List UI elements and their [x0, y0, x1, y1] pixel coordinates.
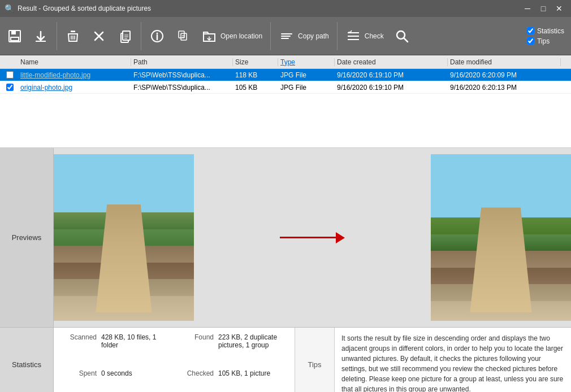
- maximize-button[interactable]: □: [536, 2, 551, 15]
- page-icon: [175, 28, 191, 44]
- search-icon: [394, 28, 410, 44]
- app-icon: 🔍: [5, 4, 14, 13]
- previews-section: Previews: [0, 148, 571, 328]
- preview-right: [431, 154, 571, 321]
- tips-label: Tips: [295, 328, 335, 392]
- window-controls: ─ □ ✕: [520, 2, 566, 15]
- stats-spent-val: 0 seconds: [101, 369, 132, 377]
- row2-name[interactable]: original-photo.jpg: [18, 84, 131, 92]
- stats-scanned-val: 428 KB, 10 files, 1 folder: [101, 333, 168, 349]
- row2-date-modified: 9/16/2020 6:20:13 PM: [448, 84, 561, 92]
- stats-checked-val: 105 KB, 1 picture: [218, 369, 270, 377]
- tips-content: It sorts the result by file size in desc…: [335, 328, 571, 392]
- statistics-checkbox-label[interactable]: Statistics: [527, 27, 564, 35]
- row2-path: F:\SP\Web\TSS\duplica...: [131, 84, 233, 92]
- col-header-type[interactable]: Type: [278, 58, 335, 66]
- info-icon: [149, 28, 165, 44]
- minimize-button[interactable]: ─: [520, 2, 535, 15]
- row2-checkbox[interactable]: [6, 84, 14, 91]
- toolbar-right: Statistics Tips: [527, 27, 569, 45]
- toolbar: Open location Copy path Check Sta: [0, 17, 571, 55]
- preview-left: [54, 154, 194, 321]
- stats-spent-key: Spent: [63, 369, 97, 377]
- preview-left-image: [54, 154, 194, 321]
- row2-size: 105 KB: [233, 84, 278, 92]
- stats-found-val: 223 KB, 2 duplicate pictures, 1 group: [218, 333, 286, 349]
- tips-text: It sorts the result by file size in desc…: [341, 334, 563, 392]
- tips-checkbox-text: Tips: [537, 37, 550, 45]
- window-title: Result - Grouped & sorted duplicate pict…: [18, 5, 151, 12]
- copy-file-button[interactable]: [113, 19, 137, 53]
- separator-2: [141, 22, 141, 50]
- check-list-icon: [345, 28, 361, 44]
- svg-rect-15: [179, 31, 184, 38]
- stats-scanned-key: Scanned: [63, 333, 97, 341]
- col-header-name: Name: [18, 58, 131, 66]
- file-list-empty: [0, 94, 571, 147]
- row1-checkbox-cell[interactable]: [1, 71, 18, 79]
- row1-type: JPG File: [278, 71, 335, 79]
- col-header-size: Size: [233, 58, 278, 66]
- close-button[interactable]: ✕: [552, 2, 566, 15]
- copy-file-icon: [117, 28, 133, 44]
- export-button[interactable]: [28, 19, 53, 53]
- row2-type: JPG File: [278, 84, 335, 92]
- save-button[interactable]: [2, 19, 27, 53]
- arrow-line: [280, 237, 336, 238]
- tips-checkbox[interactable]: [527, 37, 534, 45]
- col-header-date-created: Date created: [335, 58, 448, 66]
- delete-icon: [91, 28, 107, 44]
- previews-label: Previews: [0, 148, 54, 327]
- preview-right-image: [431, 154, 571, 321]
- table-row[interactable]: little-modified-photo.jpg F:\SP\Web\TSS\…: [0, 69, 571, 81]
- arrow-head: [336, 232, 345, 243]
- recycle-button[interactable]: [60, 19, 85, 53]
- file-list-container: Name Path Size Type Date created Date mo…: [0, 55, 571, 148]
- stats-found-groups[interactable]: 1 group: [246, 341, 269, 349]
- table-row[interactable]: original-photo.jpg F:\SP\Web\TSS\duplica…: [0, 81, 571, 94]
- stats-scanned-files[interactable]: 10 files: [127, 333, 149, 341]
- check-button[interactable]: Check: [341, 19, 388, 53]
- folder-icon: [201, 28, 217, 44]
- search-button[interactable]: [390, 19, 414, 53]
- export-icon: [33, 28, 49, 44]
- comparison-arrow: [280, 232, 345, 243]
- tips-checkbox-label[interactable]: Tips: [527, 37, 564, 45]
- open-location-button[interactable]: Open location: [197, 19, 267, 53]
- row1-date-created: 9/16/2020 6:19:10 PM: [335, 71, 448, 79]
- row2-date-created: 9/16/2020 6:19:10 PM: [335, 84, 448, 92]
- row2-checkbox-cell[interactable]: [1, 84, 18, 91]
- preview-arrow-gap: [194, 232, 431, 243]
- statistics-label: Statistics: [0, 328, 54, 392]
- file-list-header: Name Path Size Type Date created Date mo…: [0, 55, 571, 69]
- separator-4: [337, 22, 338, 50]
- row1-name[interactable]: little-modified-photo.jpg: [18, 71, 131, 79]
- stats-checked-row: Checked 105 KB, 1 picture: [180, 369, 286, 392]
- copy-path-button[interactable]: Copy path: [274, 19, 334, 53]
- check-label: Check: [365, 32, 384, 40]
- row1-size: 118 KB: [233, 71, 278, 79]
- row1-checkbox[interactable]: [6, 71, 14, 79]
- row1-path: F:\SP\Web\TSS\duplica...: [131, 71, 233, 79]
- title-bar: 🔍 Result - Grouped & sorted duplicate pi…: [0, 0, 571, 17]
- svg-rect-4: [36, 41, 46, 42]
- page-button[interactable]: [171, 19, 196, 53]
- recycle-icon: [65, 28, 81, 44]
- svg-point-14: [157, 32, 158, 34]
- svg-rect-3: [11, 38, 18, 40]
- delete-button[interactable]: [86, 19, 111, 53]
- stats-found-row: Found 223 KB, 2 duplicate pictures, 1 gr…: [180, 333, 286, 367]
- save-icon: [7, 28, 23, 44]
- statistics-content: Scanned 428 KB, 10 files, 1 folder Found…: [54, 328, 295, 392]
- stats-checked-pics[interactable]: 1 picture: [244, 369, 270, 377]
- stats-checked-size: 105 KB,: [218, 369, 244, 377]
- statistics-checkbox-text: Statistics: [537, 27, 564, 35]
- statistics-section: Statistics Scanned 428 KB, 10 files, 1 f…: [0, 328, 571, 392]
- separator-3: [270, 22, 271, 50]
- stats-spent-row: Spent 0 seconds: [63, 369, 168, 392]
- col-header-date-modified: Date modified: [448, 58, 561, 66]
- copy-path-icon: [279, 28, 295, 44]
- stats-found-size: 223 KB,: [218, 333, 244, 341]
- info-button[interactable]: [145, 19, 170, 53]
- statistics-checkbox[interactable]: [527, 27, 534, 34]
